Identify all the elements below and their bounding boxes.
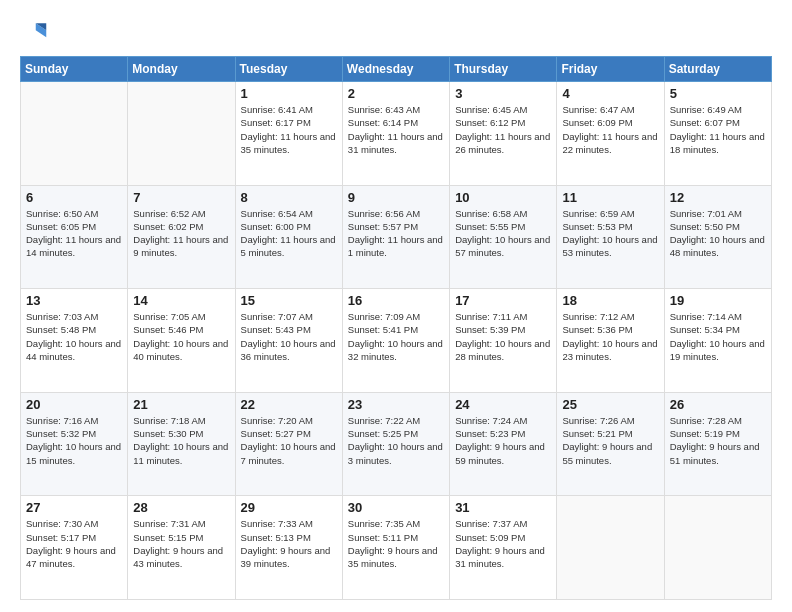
day-info: Sunrise: 7:01 AM Sunset: 5:50 PM Dayligh… <box>670 207 767 260</box>
day-cell: 16Sunrise: 7:09 AM Sunset: 5:41 PM Dayli… <box>342 289 449 393</box>
weekday-header-tuesday: Tuesday <box>235 57 342 82</box>
day-cell: 6Sunrise: 6:50 AM Sunset: 6:05 PM Daylig… <box>21 185 128 289</box>
day-number: 14 <box>133 293 230 308</box>
day-info: Sunrise: 7:09 AM Sunset: 5:41 PM Dayligh… <box>348 310 445 363</box>
day-number: 3 <box>455 86 552 101</box>
day-cell: 24Sunrise: 7:24 AM Sunset: 5:23 PM Dayli… <box>450 392 557 496</box>
day-number: 19 <box>670 293 767 308</box>
day-cell: 17Sunrise: 7:11 AM Sunset: 5:39 PM Dayli… <box>450 289 557 393</box>
day-cell: 5Sunrise: 6:49 AM Sunset: 6:07 PM Daylig… <box>664 82 771 186</box>
day-cell: 14Sunrise: 7:05 AM Sunset: 5:46 PM Dayli… <box>128 289 235 393</box>
day-cell: 23Sunrise: 7:22 AM Sunset: 5:25 PM Dayli… <box>342 392 449 496</box>
day-cell: 30Sunrise: 7:35 AM Sunset: 5:11 PM Dayli… <box>342 496 449 600</box>
day-number: 25 <box>562 397 659 412</box>
day-info: Sunrise: 7:22 AM Sunset: 5:25 PM Dayligh… <box>348 414 445 467</box>
weekday-row: SundayMondayTuesdayWednesdayThursdayFrid… <box>21 57 772 82</box>
day-info: Sunrise: 7:11 AM Sunset: 5:39 PM Dayligh… <box>455 310 552 363</box>
day-cell: 18Sunrise: 7:12 AM Sunset: 5:36 PM Dayli… <box>557 289 664 393</box>
day-cell: 3Sunrise: 6:45 AM Sunset: 6:12 PM Daylig… <box>450 82 557 186</box>
day-info: Sunrise: 6:41 AM Sunset: 6:17 PM Dayligh… <box>241 103 338 156</box>
day-number: 11 <box>562 190 659 205</box>
weekday-header-monday: Monday <box>128 57 235 82</box>
day-cell: 10Sunrise: 6:58 AM Sunset: 5:55 PM Dayli… <box>450 185 557 289</box>
day-cell: 20Sunrise: 7:16 AM Sunset: 5:32 PM Dayli… <box>21 392 128 496</box>
logo-icon <box>20 18 48 46</box>
day-cell: 31Sunrise: 7:37 AM Sunset: 5:09 PM Dayli… <box>450 496 557 600</box>
day-info: Sunrise: 7:24 AM Sunset: 5:23 PM Dayligh… <box>455 414 552 467</box>
day-info: Sunrise: 7:33 AM Sunset: 5:13 PM Dayligh… <box>241 517 338 570</box>
day-info: Sunrise: 7:35 AM Sunset: 5:11 PM Dayligh… <box>348 517 445 570</box>
day-number: 10 <box>455 190 552 205</box>
day-number: 5 <box>670 86 767 101</box>
day-info: Sunrise: 7:20 AM Sunset: 5:27 PM Dayligh… <box>241 414 338 467</box>
day-cell: 21Sunrise: 7:18 AM Sunset: 5:30 PM Dayli… <box>128 392 235 496</box>
day-info: Sunrise: 6:49 AM Sunset: 6:07 PM Dayligh… <box>670 103 767 156</box>
day-info: Sunrise: 6:43 AM Sunset: 6:14 PM Dayligh… <box>348 103 445 156</box>
week-row-5: 27Sunrise: 7:30 AM Sunset: 5:17 PM Dayli… <box>21 496 772 600</box>
day-cell: 26Sunrise: 7:28 AM Sunset: 5:19 PM Dayli… <box>664 392 771 496</box>
day-info: Sunrise: 6:56 AM Sunset: 5:57 PM Dayligh… <box>348 207 445 260</box>
day-info: Sunrise: 7:12 AM Sunset: 5:36 PM Dayligh… <box>562 310 659 363</box>
day-cell: 22Sunrise: 7:20 AM Sunset: 5:27 PM Dayli… <box>235 392 342 496</box>
day-info: Sunrise: 7:07 AM Sunset: 5:43 PM Dayligh… <box>241 310 338 363</box>
day-number: 9 <box>348 190 445 205</box>
day-number: 23 <box>348 397 445 412</box>
header <box>20 18 772 46</box>
day-number: 29 <box>241 500 338 515</box>
day-number: 8 <box>241 190 338 205</box>
day-number: 13 <box>26 293 123 308</box>
day-cell: 9Sunrise: 6:56 AM Sunset: 5:57 PM Daylig… <box>342 185 449 289</box>
day-cell: 27Sunrise: 7:30 AM Sunset: 5:17 PM Dayli… <box>21 496 128 600</box>
day-info: Sunrise: 6:45 AM Sunset: 6:12 PM Dayligh… <box>455 103 552 156</box>
day-cell <box>128 82 235 186</box>
day-info: Sunrise: 6:59 AM Sunset: 5:53 PM Dayligh… <box>562 207 659 260</box>
calendar-table: SundayMondayTuesdayWednesdayThursdayFrid… <box>20 56 772 600</box>
day-cell: 19Sunrise: 7:14 AM Sunset: 5:34 PM Dayli… <box>664 289 771 393</box>
day-number: 31 <box>455 500 552 515</box>
calendar-header: SundayMondayTuesdayWednesdayThursdayFrid… <box>21 57 772 82</box>
day-number: 16 <box>348 293 445 308</box>
day-cell <box>664 496 771 600</box>
day-number: 1 <box>241 86 338 101</box>
day-info: Sunrise: 7:31 AM Sunset: 5:15 PM Dayligh… <box>133 517 230 570</box>
day-number: 30 <box>348 500 445 515</box>
day-cell: 15Sunrise: 7:07 AM Sunset: 5:43 PM Dayli… <box>235 289 342 393</box>
weekday-header-wednesday: Wednesday <box>342 57 449 82</box>
day-cell: 29Sunrise: 7:33 AM Sunset: 5:13 PM Dayli… <box>235 496 342 600</box>
day-info: Sunrise: 7:26 AM Sunset: 5:21 PM Dayligh… <box>562 414 659 467</box>
day-number: 20 <box>26 397 123 412</box>
day-cell: 28Sunrise: 7:31 AM Sunset: 5:15 PM Dayli… <box>128 496 235 600</box>
day-number: 18 <box>562 293 659 308</box>
day-info: Sunrise: 7:16 AM Sunset: 5:32 PM Dayligh… <box>26 414 123 467</box>
day-cell: 8Sunrise: 6:54 AM Sunset: 6:00 PM Daylig… <box>235 185 342 289</box>
weekday-header-thursday: Thursday <box>450 57 557 82</box>
day-info: Sunrise: 7:37 AM Sunset: 5:09 PM Dayligh… <box>455 517 552 570</box>
day-number: 28 <box>133 500 230 515</box>
day-cell <box>557 496 664 600</box>
day-info: Sunrise: 6:47 AM Sunset: 6:09 PM Dayligh… <box>562 103 659 156</box>
day-cell: 4Sunrise: 6:47 AM Sunset: 6:09 PM Daylig… <box>557 82 664 186</box>
day-cell: 13Sunrise: 7:03 AM Sunset: 5:48 PM Dayli… <box>21 289 128 393</box>
day-info: Sunrise: 6:58 AM Sunset: 5:55 PM Dayligh… <box>455 207 552 260</box>
day-cell: 12Sunrise: 7:01 AM Sunset: 5:50 PM Dayli… <box>664 185 771 289</box>
logo <box>20 18 52 46</box>
day-number: 17 <box>455 293 552 308</box>
day-number: 27 <box>26 500 123 515</box>
day-number: 2 <box>348 86 445 101</box>
day-cell: 1Sunrise: 6:41 AM Sunset: 6:17 PM Daylig… <box>235 82 342 186</box>
day-number: 21 <box>133 397 230 412</box>
day-info: Sunrise: 7:14 AM Sunset: 5:34 PM Dayligh… <box>670 310 767 363</box>
day-info: Sunrise: 6:54 AM Sunset: 6:00 PM Dayligh… <box>241 207 338 260</box>
day-cell <box>21 82 128 186</box>
day-number: 15 <box>241 293 338 308</box>
day-info: Sunrise: 6:52 AM Sunset: 6:02 PM Dayligh… <box>133 207 230 260</box>
weekday-header-friday: Friday <box>557 57 664 82</box>
day-cell: 7Sunrise: 6:52 AM Sunset: 6:02 PM Daylig… <box>128 185 235 289</box>
day-number: 6 <box>26 190 123 205</box>
calendar-body: 1Sunrise: 6:41 AM Sunset: 6:17 PM Daylig… <box>21 82 772 600</box>
day-number: 12 <box>670 190 767 205</box>
week-row-4: 20Sunrise: 7:16 AM Sunset: 5:32 PM Dayli… <box>21 392 772 496</box>
week-row-1: 1Sunrise: 6:41 AM Sunset: 6:17 PM Daylig… <box>21 82 772 186</box>
page: SundayMondayTuesdayWednesdayThursdayFrid… <box>0 0 792 612</box>
day-info: Sunrise: 7:30 AM Sunset: 5:17 PM Dayligh… <box>26 517 123 570</box>
